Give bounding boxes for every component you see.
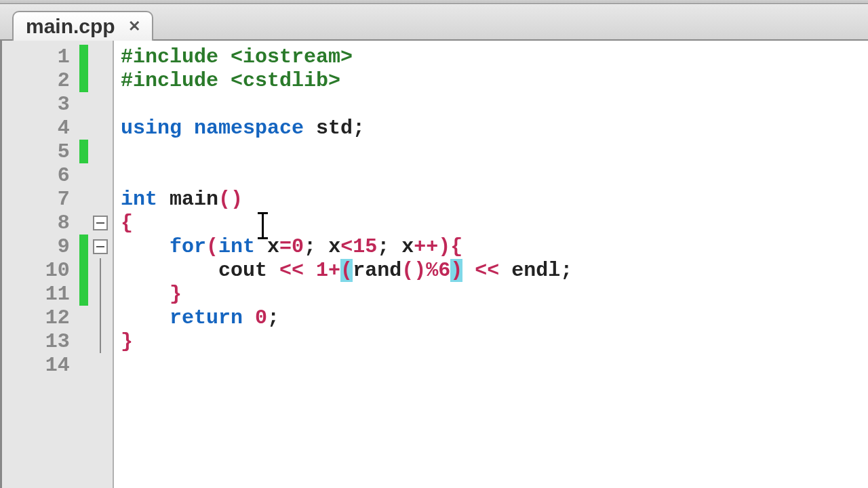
- code-token: [121, 283, 170, 306]
- code-token: x: [389, 235, 414, 258]
- close-icon[interactable]: ✕: [125, 17, 144, 36]
- code-token: (: [340, 259, 353, 282]
- line-number: 14: [2, 354, 79, 377]
- file-tab[interactable]: main.cpp ✕: [12, 11, 153, 41]
- change-bar: [79, 187, 89, 211]
- code-area[interactable]: #include <iostream>#include <cstdlib>usi…: [114, 41, 868, 488]
- code-token: ;: [267, 306, 279, 329]
- fold-cell: [88, 353, 113, 377]
- line-number: 12: [2, 306, 79, 329]
- code-token: endl: [499, 259, 560, 282]
- code-line[interactable]: #include <cstdlib>: [121, 68, 868, 92]
- fold-toggle-icon[interactable]: [93, 239, 108, 254]
- line-number: 10: [2, 259, 79, 282]
- code-token: ;: [377, 235, 389, 258]
- gutter-row: 1: [2, 45, 113, 68]
- fold-toggle-icon[interactable]: [93, 216, 108, 230]
- gutter-row: 7: [2, 187, 113, 211]
- editor-area: 1234567891011121314 #include <iostream>#…: [0, 41, 868, 488]
- code-token: =: [279, 235, 292, 258]
- fold-cell: [88, 211, 113, 235]
- fold-cell: [88, 92, 113, 116]
- code-line[interactable]: [121, 163, 868, 187]
- code-token: [121, 306, 170, 329]
- line-number: 13: [2, 330, 79, 353]
- fold-cell: [88, 116, 113, 140]
- change-bar: [79, 306, 89, 329]
- line-number: 4: [2, 117, 79, 140]
- code-token: <<: [279, 259, 304, 282]
- change-bar: [79, 116, 89, 140]
- line-number: 6: [2, 164, 79, 187]
- fold-cell: [88, 282, 113, 306]
- fold-line: [100, 282, 101, 306]
- line-number: 7: [2, 188, 79, 211]
- code-token: #include: [121, 69, 231, 92]
- change-bar: [79, 45, 89, 68]
- gutter: 1234567891011121314: [2, 41, 114, 488]
- code-token: (: [218, 188, 231, 211]
- line-number: 3: [2, 93, 79, 116]
- code-token: for: [170, 235, 206, 258]
- fold-cell: [88, 163, 113, 187]
- fold-line: [100, 329, 101, 353]
- gutter-row: 12: [2, 306, 113, 329]
- change-bar: [79, 282, 89, 306]
- tab-label: main.cpp: [26, 15, 115, 38]
- change-bar: [79, 329, 89, 353]
- code-token: %: [426, 259, 438, 282]
- code-line[interactable]: [121, 353, 868, 377]
- gutter-row: 13: [2, 329, 113, 353]
- gutter-row: 8: [2, 211, 113, 235]
- code-line[interactable]: return 0;: [121, 306, 868, 329]
- code-token: using: [121, 117, 182, 140]
- gutter-row: 5: [2, 140, 113, 163]
- code-token: ): [450, 259, 462, 282]
- code-token: ): [438, 235, 450, 258]
- code-token: [304, 259, 316, 282]
- fold-cell: [88, 258, 113, 282]
- change-bar: [79, 258, 89, 282]
- code-token: }: [170, 283, 182, 306]
- code-token: [243, 306, 255, 329]
- gutter-row: 11: [2, 282, 113, 306]
- change-bar: [79, 235, 89, 258]
- code-token: +: [328, 259, 340, 282]
- code-line[interactable]: }: [121, 282, 868, 306]
- code-line[interactable]: [121, 140, 868, 163]
- line-number: 1: [2, 45, 79, 68]
- change-bar: [79, 92, 89, 116]
- gutter-row: 4: [2, 116, 113, 140]
- code-line[interactable]: #include <iostream>: [121, 45, 868, 68]
- line-number: 2: [2, 69, 79, 92]
- line-number: 5: [2, 140, 79, 163]
- code-token: int: [218, 235, 255, 258]
- code-token: rand: [353, 259, 401, 282]
- code-line[interactable]: for(int x=0; x<15; x++){: [121, 235, 868, 258]
- code-token: <cstdlib>: [231, 69, 340, 92]
- code-token: [462, 259, 475, 282]
- fold-cell: [88, 45, 113, 68]
- line-number: 11: [2, 283, 79, 306]
- gutter-row: 14: [2, 353, 113, 377]
- fold-cell: [88, 306, 113, 329]
- change-bar: [79, 163, 89, 187]
- code-token: 0: [255, 306, 267, 329]
- fold-line: [100, 258, 101, 282]
- gutter-row: 9: [2, 235, 113, 258]
- code-token: ): [414, 259, 426, 282]
- code-line[interactable]: cout << 1+(rand()%6) << endl;: [121, 258, 868, 282]
- code-line[interactable]: int main(): [121, 187, 868, 211]
- gutter-row: 2: [2, 68, 113, 92]
- code-token: int: [121, 188, 157, 211]
- gutter-row: 6: [2, 163, 113, 187]
- change-bar: [79, 353, 89, 377]
- code-token: <: [340, 235, 353, 258]
- code-line[interactable]: [121, 92, 868, 116]
- code-line[interactable]: {: [121, 211, 868, 235]
- code-token: ;: [304, 235, 316, 258]
- code-token: (: [206, 235, 218, 258]
- tab-bar: main.cpp ✕: [0, 4, 868, 41]
- code-line[interactable]: using namespace std;: [121, 116, 868, 140]
- code-line[interactable]: }: [121, 329, 868, 353]
